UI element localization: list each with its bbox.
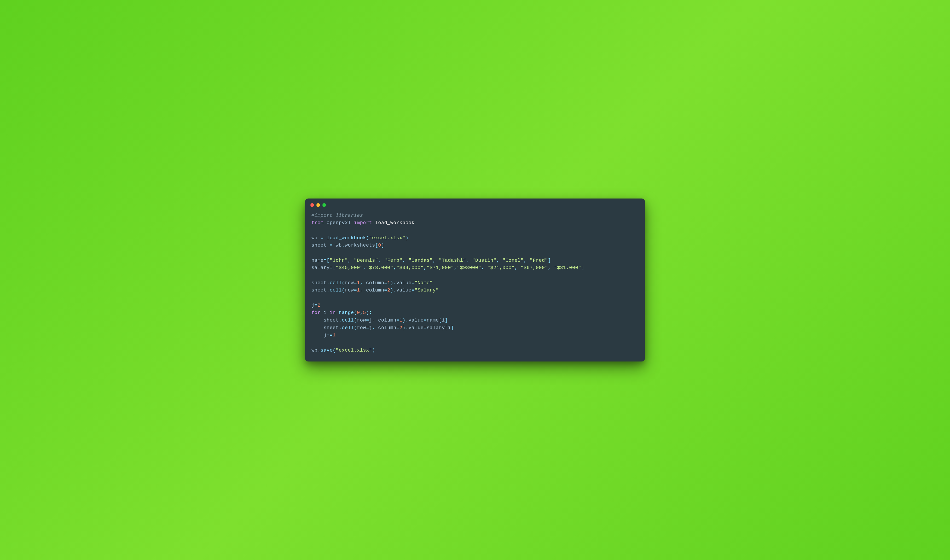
code-kwarg: row xyxy=(357,325,366,331)
code-comma: , xyxy=(524,258,530,263)
code-string: "Dennis" xyxy=(354,258,378,263)
code-paren: ): xyxy=(366,310,372,315)
code-number: 0 xyxy=(357,310,360,315)
code-eq: = xyxy=(320,235,324,241)
code-var-j: j xyxy=(323,332,326,338)
code-paren: ). xyxy=(390,280,396,286)
code-call: cell xyxy=(342,325,354,331)
code-kwarg: row xyxy=(345,288,354,293)
code-string: "$71,000" xyxy=(426,265,454,271)
code-comma: , xyxy=(393,265,396,271)
code-eq: = xyxy=(366,325,369,331)
code-op: += xyxy=(326,332,333,338)
code-eq: = xyxy=(411,280,415,286)
code-number: 2 xyxy=(317,303,320,308)
code-paren: ( xyxy=(342,288,345,293)
code-comma: , xyxy=(466,258,472,263)
code-attr: value xyxy=(408,318,423,323)
code-eq: = xyxy=(330,265,333,271)
code-eq: = xyxy=(396,325,399,331)
code-string: "Tadashi" xyxy=(439,258,466,263)
code-number: 1 xyxy=(399,318,403,323)
code-module: openpyxl xyxy=(326,220,351,226)
code-kwarg: row xyxy=(357,318,366,323)
code-comma: , xyxy=(548,265,554,271)
code-var-wb: wb xyxy=(311,348,317,353)
code-number: 5 xyxy=(363,310,366,315)
minimize-icon[interactable] xyxy=(316,203,320,207)
code-var: j xyxy=(369,325,372,331)
code-bracket: [ xyxy=(326,258,330,263)
code-attr: worksheets xyxy=(345,243,375,248)
code-string: "$78,000" xyxy=(366,265,393,271)
code-eq: = xyxy=(384,288,388,293)
code-editor: #import libraries from openpyxl import l… xyxy=(305,209,645,362)
code-bracket: [ xyxy=(375,243,378,248)
code-comma: , xyxy=(360,288,366,293)
code-comma: , xyxy=(360,310,363,315)
code-var: sheet xyxy=(311,280,326,286)
code-eq: = xyxy=(396,318,399,323)
code-string: "Fred" xyxy=(530,258,548,263)
code-comma: , xyxy=(423,265,426,271)
code-var: sheet xyxy=(323,318,339,323)
code-var-j: j xyxy=(311,303,314,308)
code-eq: = xyxy=(366,318,369,323)
code-window: #import libraries from openpyxl import l… xyxy=(305,198,645,362)
code-call: cell xyxy=(330,280,342,286)
maximize-icon[interactable] xyxy=(322,203,326,207)
code-string: "Ferb" xyxy=(384,258,403,263)
code-string: "$34,000" xyxy=(396,265,423,271)
code-string: "John" xyxy=(330,258,348,263)
code-kwarg: column xyxy=(366,280,384,286)
code-string: "Candas" xyxy=(408,258,433,263)
code-bracket: ] xyxy=(445,318,448,323)
close-icon[interactable] xyxy=(310,203,314,207)
code-comma: , xyxy=(372,325,378,331)
code-dot: . xyxy=(326,288,330,293)
code-comma: , xyxy=(360,280,366,286)
code-var-sheet: sheet xyxy=(311,243,326,248)
code-bracket: ] xyxy=(581,265,585,271)
code-number: 1 xyxy=(357,280,360,286)
code-eq: = xyxy=(354,280,357,286)
code-dot: . xyxy=(339,325,342,331)
code-number: 1 xyxy=(333,332,336,338)
code-attr: value xyxy=(396,280,411,286)
code-var: sheet xyxy=(323,325,339,331)
code-paren: ). xyxy=(390,288,396,293)
code-call: load_workbook xyxy=(326,235,366,241)
code-call-range: range xyxy=(339,310,354,315)
code-dot: . xyxy=(339,318,342,323)
code-paren: ) xyxy=(405,235,409,241)
code-string: "$45,000" xyxy=(336,265,363,271)
code-comma: , xyxy=(378,258,384,263)
code-var-wb: wb xyxy=(336,243,342,248)
window-title-bar xyxy=(305,198,645,209)
code-eq: = xyxy=(314,303,318,308)
code-string: "excel.xlsx" xyxy=(369,235,405,241)
code-eq: = xyxy=(354,288,357,293)
code-paren: ( xyxy=(366,235,369,241)
code-kwarg: column xyxy=(366,288,384,293)
code-dot: . xyxy=(317,348,320,353)
code-comma: , xyxy=(514,265,520,271)
code-comma: , xyxy=(402,258,408,263)
code-var: sheet xyxy=(311,288,326,293)
code-string: "$31,000" xyxy=(554,265,581,271)
code-eq: = xyxy=(411,288,415,293)
code-var: i xyxy=(448,325,451,331)
code-keyword-from: from xyxy=(311,220,323,226)
code-var-salary: salary xyxy=(311,265,330,271)
code-eq: = xyxy=(384,280,388,286)
code-bracket: ] xyxy=(451,325,454,331)
code-var-i: i xyxy=(323,310,326,315)
code-name: load_workbook xyxy=(375,220,415,226)
code-eq: = xyxy=(323,258,326,263)
code-bracket: [ xyxy=(439,318,442,323)
code-number: 1 xyxy=(357,288,360,293)
code-number: 0 xyxy=(378,243,381,248)
code-comma: , xyxy=(496,258,502,263)
code-comment: #import libraries xyxy=(311,213,363,218)
code-string: "$67,000" xyxy=(521,265,548,271)
